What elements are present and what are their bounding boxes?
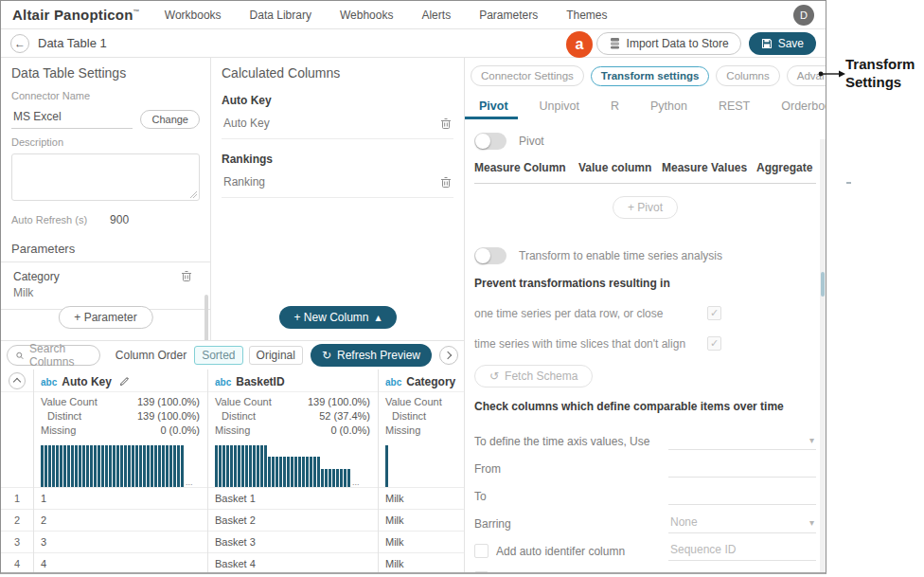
table-row[interactable]: 2 2 Basket 2 Milk <box>1 509 464 531</box>
tab-transform-settings[interactable]: Transform settings <box>591 66 710 86</box>
subtab-pivot[interactable]: Pivot <box>479 99 508 113</box>
column-header-category[interactable]: Category <box>406 375 455 388</box>
top-navbar: Altair Panopticon™ Workbooks Data Librar… <box>1 1 826 29</box>
description-textarea[interactable] <box>11 153 200 201</box>
calc-column-item[interactable]: Ranking <box>222 166 453 198</box>
tab-connector-settings[interactable]: Connector Settings <box>471 65 584 86</box>
connector-name-value[interactable]: MS Excel <box>11 107 133 129</box>
prevent-checkbox-2[interactable]: ✓ <box>707 336 721 351</box>
table-row[interactable]: 3 3 Basket 3 Milk <box>1 531 464 552</box>
prevent-checkbox-1[interactable]: ✓ <box>707 306 721 320</box>
histogram-ellipsis: ... <box>186 478 193 487</box>
subtab-orderbook-reconstruction[interactable]: Orderbook Reconstruction <box>781 99 826 113</box>
annotation-arrow-icon <box>818 69 846 79</box>
tab-columns[interactable]: Columns <box>716 65 779 86</box>
form-row-replace: Replace Intermediate▾ <box>474 565 816 573</box>
add-pivot-button[interactable]: + Pivot <box>613 196 678 219</box>
calc-column-name: Auto Key <box>223 117 270 130</box>
column-separator <box>378 370 379 573</box>
add-parameter-button[interactable]: + Parameter <box>58 306 152 329</box>
new-column-button[interactable]: + New Column ▴ <box>278 306 396 329</box>
nav-item-themes[interactable]: Themes <box>566 9 607 22</box>
time-series-toggle[interactable] <box>474 247 506 264</box>
save-button[interactable]: Save <box>749 32 816 55</box>
column-header-auto-key[interactable]: Auto Key <box>62 375 112 388</box>
barring-select[interactable]: None▾ <box>668 514 816 533</box>
nav-item-workbooks[interactable]: Workbooks <box>165 9 222 22</box>
parameters-scrollbar[interactable] <box>204 295 208 340</box>
import-store-icon <box>609 37 621 49</box>
histogram-basketid <box>207 443 350 487</box>
time-axis-select[interactable]: ▾ <box>668 433 816 450</box>
calculated-columns-title: Calculated Columns <box>222 65 453 81</box>
right-panel-scrollbar-thumb[interactable] <box>821 272 825 297</box>
parameter-list-item[interactable]: Category Milk <box>11 262 200 309</box>
order-original-button[interactable]: Original <box>249 346 303 365</box>
replace-checkbox[interactable] <box>474 571 489 573</box>
subtab-rest[interactable]: REST <box>719 99 750 113</box>
delete-column-icon[interactable] <box>440 117 452 130</box>
edit-pencil-icon[interactable] <box>119 376 130 387</box>
calc-column-item[interactable]: Auto Key <box>222 107 453 139</box>
settings-tabs: Connector Settings Transform settings Co… <box>465 65 826 86</box>
search-columns-input[interactable]: Search Columns <box>7 345 100 366</box>
import-data-button[interactable]: Import Data to Store <box>596 32 741 55</box>
form-row-auto-identifier: Add auto identifer column Sequence ID <box>474 537 816 565</box>
refresh-preview-button[interactable]: ↻ Refresh Preview <box>311 344 432 367</box>
delete-column-icon[interactable] <box>440 176 452 189</box>
change-connector-button[interactable]: Change <box>140 110 200 129</box>
connector-name-label: Connector Name <box>11 90 200 101</box>
chevron-up-icon <box>13 378 21 386</box>
replace-select[interactable]: Intermediate▾ <box>668 568 816 573</box>
caret-down-icon: ▾ <box>809 517 814 528</box>
order-sorted-button[interactable]: Sorted <box>194 346 242 365</box>
delete-parameter-icon[interactable] <box>181 270 192 282</box>
collapse-stats-button[interactable] <box>9 372 26 389</box>
check-icon: ✓ <box>710 307 719 319</box>
auto-refresh-value[interactable]: 900 <box>110 213 129 226</box>
form-row-time-axis: To define the time axis values, Use ▾ <box>474 427 816 455</box>
from-input[interactable] <box>668 460 816 478</box>
column-header-basketid[interactable]: BasketID <box>236 375 284 388</box>
table-row[interactable]: 4 4 Basket 4 Milk <box>1 552 464 573</box>
sequence-id-input[interactable]: Sequence ID <box>668 541 816 561</box>
subtab-unpivot[interactable]: Unpivot <box>540 99 579 113</box>
subtab-python[interactable]: Python <box>650 99 687 113</box>
calc-group-rankings: Rankings <box>222 153 453 166</box>
back-button[interactable]: ← <box>10 34 29 53</box>
expand-right-button[interactable] <box>439 346 458 365</box>
column-separator <box>207 370 208 573</box>
nav-item-parameters[interactable]: Parameters <box>479 9 538 22</box>
auto-identifier-checkbox[interactable] <box>474 544 489 558</box>
parameter-name: Category <box>13 270 198 283</box>
right-panel-scrollbar[interactable] <box>820 139 826 573</box>
prevent-option-row: one time series per data row, or close ✓ <box>474 306 816 320</box>
nav-item-data-library[interactable]: Data Library <box>250 9 311 22</box>
column-separator <box>33 370 34 573</box>
caret-up-icon: ▴ <box>376 311 382 324</box>
fetch-schema-button[interactable]: ↺ Fetch Schema <box>474 365 593 388</box>
calc-group-auto-key: Auto Key <box>222 94 453 107</box>
subtab-r[interactable]: R <box>611 99 619 113</box>
nav-item-alerts[interactable]: Alerts <box>421 9 451 22</box>
pivot-toggle[interactable] <box>474 133 506 150</box>
prevent-option-row: time series with time slices that don't … <box>474 336 816 351</box>
data-table-settings-panel: Data Table Settings Connector Name MS Ex… <box>1 58 211 340</box>
nav-item-webhooks[interactable]: Webhooks <box>340 9 393 22</box>
check-icon: ✓ <box>710 337 719 350</box>
parameter-value: Milk <box>13 286 198 299</box>
caret-down-icon: ▾ <box>809 435 814 445</box>
parameters-heading: Parameters <box>11 242 200 261</box>
caret-down-icon: ▾ <box>809 572 814 574</box>
resize-grip-icon[interactable] <box>189 190 197 198</box>
row-number: 2 <box>1 514 33 526</box>
time-series-form: To define the time axis values, Use ▾ Fr… <box>474 427 816 573</box>
user-avatar[interactable]: D <box>793 5 814 26</box>
to-input[interactable] <box>668 488 816 505</box>
form-row-to: To <box>474 482 816 510</box>
type-abc-icon: abc <box>41 377 57 388</box>
annotation-label: Transform Settings <box>845 55 924 91</box>
table-row[interactable]: 1 1 Basket 1 Milk <box>1 487 464 509</box>
preview-table: abcAuto Key abcBasketID abcCategory Valu… <box>1 370 464 573</box>
histogram-row: ... ... <box>1 440 464 487</box>
